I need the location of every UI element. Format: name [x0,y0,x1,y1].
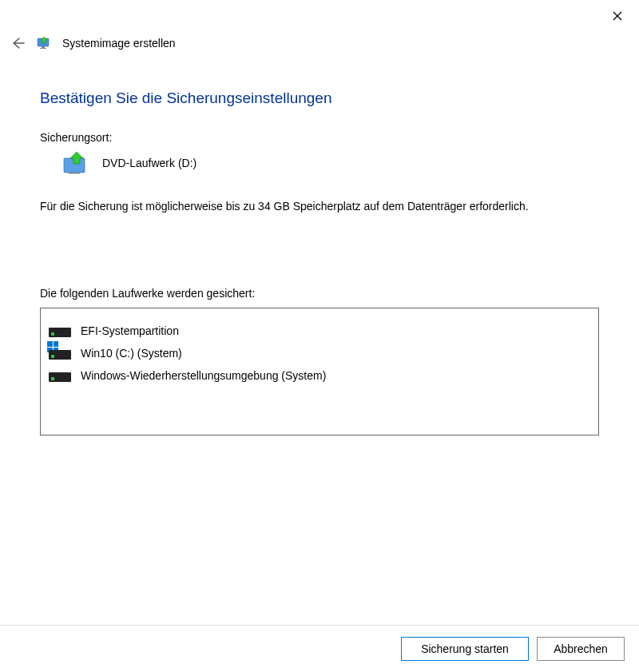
drive-name: Win10 (C:) (System) [81,347,182,360]
backup-destination: DVD-Laufwerk (D:) [62,152,599,174]
close-icon [613,11,622,21]
drives-label: Die folgenden Laufwerke werden gesichert… [40,287,599,300]
drive-icon [49,347,73,360]
backup-location-label: Sicherungsort: [40,131,599,144]
footer: Sicherung starten Abbrechen [0,625,639,672]
svg-rect-3 [42,46,45,48]
content: Bestätigen Sie die Sicherungseinstellung… [0,58,639,435]
page-heading: Bestätigen Sie die Sicherungseinstellung… [40,89,599,107]
back-arrow-icon [10,35,26,51]
drive-icon [49,324,73,337]
start-backup-button[interactable]: Sicherung starten [401,637,529,661]
drives-list: EFI-Systempartition Win10 (C:) (System) … [40,308,599,435]
svg-rect-6 [69,173,80,174]
drive-icon [49,369,73,382]
svg-rect-4 [40,48,46,49]
window-title: Systemimage erstellen [62,37,176,50]
drive-row: Windows-Wiederherstellungsumgebung (Syst… [49,364,590,387]
dvd-drive-icon [62,152,89,174]
system-image-icon [37,36,51,50]
drive-name: EFI-Systempartition [81,324,179,337]
drive-name: Windows-Wiederherstellungsumgebung (Syst… [81,369,326,382]
back-button[interactable] [10,35,26,51]
header: Systemimage erstellen [0,32,639,58]
space-info: Für die Sicherung ist möglicherweise bis… [40,198,599,215]
titlebar [0,0,639,32]
drive-row: EFI-Systempartition [49,320,590,342]
drive-row: Win10 (C:) (System) [49,342,590,364]
backup-location-value: DVD-Laufwerk (D:) [102,157,196,169]
close-button[interactable] [599,3,636,29]
cancel-button[interactable]: Abbrechen [537,637,625,661]
